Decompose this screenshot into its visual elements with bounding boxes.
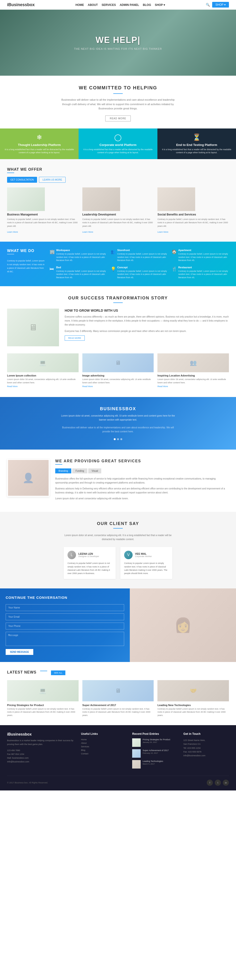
contact-title: CONTINUE THE CONVERSATION	[6, 595, 124, 600]
success-card-desc-3: Lorem ipsum dolor Sit amet, consectetur …	[158, 378, 229, 384]
storefront-icon: 👥	[111, 249, 115, 255]
hero-title: WE HELP|	[74, 35, 162, 45]
learn-more-button[interactable]: LEARN US MORE	[39, 177, 65, 183]
banner-dot-3[interactable]	[120, 438, 122, 440]
box-green-desc: It is a long established fact that a rea…	[5, 148, 74, 154]
banner-dot-1[interactable]	[114, 438, 116, 440]
success-card-title-3: Inspiring Location Advertising	[158, 374, 229, 377]
success-card-link-2[interactable]: Read More	[82, 385, 154, 388]
testimonial-1: L LEENA LEN Designer & Developer Contrar…	[64, 547, 116, 579]
success-card-img-2: 🖥	[82, 353, 154, 372]
box-green: ❄ Thought Leadership Platform It is a lo…	[0, 129, 78, 159]
footer-copyright: © 2017 iBusiness box. All Rights Reserve…	[7, 781, 48, 784]
client-underline	[113, 528, 123, 528]
contact-name-input[interactable]	[6, 604, 124, 611]
news-underline	[40, 671, 47, 671]
tab-funding[interactable]: Funding	[72, 468, 87, 473]
success-card-link-1[interactable]: Read More	[7, 385, 78, 388]
search-icon[interactable]: 🔍	[206, 3, 210, 6]
offer-card-1: Business Management Contrary to popular …	[7, 188, 78, 233]
footer-link-home[interactable]: Home	[81, 738, 126, 741]
what-we-do-title: WHAT WE DO	[7, 249, 49, 253]
committed-desc: Businessbox will deliver value to all th…	[59, 98, 177, 111]
footer-posts-heading: Recent Post Entries	[132, 732, 178, 735]
footer-link-contact[interactable]: Contact	[81, 752, 126, 755]
success-card-3: 👥 Inspiring Location Advertising Lorem i…	[158, 353, 229, 388]
offer-title-2: Leadership Development	[82, 213, 154, 216]
footer-bottom: © 2017 iBusiness box. All Rights Reserve…	[7, 776, 229, 786]
what-we-do-underline	[7, 254, 14, 255]
offer-desc-3: Contrary to popular belief, Lorem Ipsum …	[158, 218, 229, 228]
footer-post-img-1	[132, 738, 141, 747]
circle-icon: ◯	[114, 134, 121, 141]
nav-services[interactable]: SERVICES	[102, 3, 116, 6]
do-item-title-1: Workspace	[56, 249, 107, 251]
tab-visual[interactable]: Visual	[88, 468, 101, 473]
box-dark: ⏳ End to End Testing Platform It is a lo…	[158, 129, 236, 159]
twitter-icon[interactable]: t	[215, 780, 221, 786]
services-section: 👤 WE ARE PROVIDING GREAT SERVICES Brandi…	[0, 450, 236, 512]
do-item-4: 🛏 Bed Contrary to popular belief, Lorem …	[49, 266, 107, 279]
linkedin-icon[interactable]: in	[223, 780, 229, 786]
offer-desc-1: Contrary to popular belief, Lorem Ipsum …	[7, 218, 78, 228]
nav-shop[interactable]: SHOP ▾	[155, 3, 165, 6]
news-card-3: 🤝 Leading New Technologies Contrary to p…	[158, 680, 229, 717]
nav-blog[interactable]: BLOG	[143, 3, 151, 6]
what-we-do-content: WHAT WE DO Contrary to popular belief, L…	[7, 249, 229, 279]
committed-section: WE COMMITTED TO HELPING Businessbox will…	[0, 76, 236, 129]
avatar-name-1: LEENA LEN	[78, 552, 99, 555]
success-read-more[interactable]: READ MORE	[65, 336, 85, 340]
nav-about[interactable]: ABOUT	[88, 3, 98, 6]
nav-home[interactable]: HOME	[75, 3, 84, 6]
footer-touch-info: 123 Street Name Here, San Francisco CA T…	[183, 738, 229, 757]
testimonial-avatar-1: L LEENA LEN Designer & Developer	[67, 551, 112, 559]
avatar-role-2: Corporate Worker	[135, 555, 152, 558]
latest-news-section: LATEST NEWS SEE ALL 💻 Pricing Strategies…	[0, 662, 236, 725]
footer-about: iBusinessbox Businessbox is a market lea…	[7, 732, 75, 771]
footer-link-about[interactable]: About	[81, 742, 126, 744]
contact-phone-input[interactable]	[6, 623, 124, 630]
testimonial-text-1: Contrary to popular belief Lorem ipsum i…	[67, 562, 112, 575]
success-card-1: 💻 Lorem Ipsum collection Lorem ipsum dol…	[7, 353, 78, 388]
banner-dot-2[interactable]	[117, 438, 119, 440]
do-item-title-3: Apartment	[178, 249, 229, 251]
offer-learn-2[interactable]: Learn More	[82, 231, 93, 233]
hero-content: WE HELP| THE NEXT BIG IDEA IS WAITING FO…	[74, 35, 162, 50]
navbar-logo[interactable]: iBusinessbox	[7, 2, 35, 7]
offer-learn-1[interactable]: Learn More	[7, 231, 18, 233]
offer-title: WHAT WE OFFER	[7, 167, 229, 172]
tab-branding[interactable]: Branding	[55, 468, 71, 473]
news-grid: 💻 Pricing Strategies for Product Contrar…	[7, 680, 229, 717]
footer-link-services[interactable]: Services	[81, 745, 126, 748]
facebook-icon[interactable]: f	[207, 780, 213, 786]
success-main-desc1: Everyone suffers success differently – a…	[65, 315, 229, 327]
navbar-actions: 🔍 SHOP ▾	[206, 2, 229, 8]
services-desc3: Lorem ipsum dolor sit amet consectetur a…	[55, 496, 229, 501]
shop-button[interactable]: SHOP ▾	[212, 2, 229, 8]
box-green-title: Thought Leadership Platform	[18, 143, 61, 146]
footer-link-blog[interactable]: Blog	[81, 749, 126, 751]
offer-learn-3[interactable]: Learn More	[158, 231, 168, 233]
testimonial-text-2: Contrary to popular Lorem ipsum is simpl…	[124, 562, 169, 575]
avatar-name-2: VEE MAL	[135, 552, 152, 555]
navbar-links: HOME ABOUT SERVICES ADMIN PANEL BLOG SHO…	[75, 3, 165, 6]
footer-recent-posts: Recent Post Entries Pricing Strategies f…	[132, 732, 178, 771]
contact-email-input[interactable]	[6, 613, 124, 620]
contact-submit-button[interactable]: SEND MESSAGE	[6, 649, 33, 655]
banner-overlay	[0, 397, 236, 450]
success-main-image: 🖥	[7, 309, 59, 346]
committed-read-more[interactable]: READ MORE	[105, 116, 131, 121]
contact-message-input[interactable]	[6, 632, 124, 646]
success-card-2: 🖥 Image advertising Lorem ipsum dolor Si…	[82, 353, 154, 388]
do-item-desc-1: Contrary to popular belief, Lorem Ipsum …	[56, 253, 107, 262]
success-card-link-3[interactable]: Read More	[158, 385, 229, 388]
see-all-button[interactable]: SEE ALL	[51, 670, 65, 675]
offer-grid: Business Management Contrary to popular …	[7, 188, 229, 233]
success-main-title: HOW TO GROW WORLD WITH US	[65, 309, 229, 312]
testimonial-avatar-2: V VEE MAL Corporate Worker	[124, 551, 169, 559]
hero-section: WE HELP| THE NEXT BIG IDEA IS WAITING FO…	[0, 10, 236, 76]
news-img-3: 🤝	[158, 680, 229, 702]
nav-admin[interactable]: ADMIN PANEL	[120, 3, 139, 6]
consultation-button[interactable]: GET CONSULTATION	[7, 177, 37, 183]
services-desc1: Businessbox offers the full spectrum of …	[55, 477, 229, 485]
